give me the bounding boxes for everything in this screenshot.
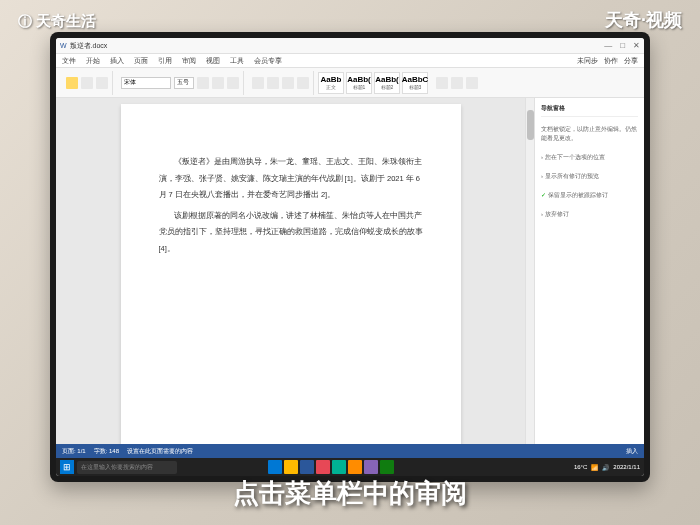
word-count[interactable]: 字数: 148 <box>94 447 119 456</box>
tab-insert[interactable]: 插入 <box>110 56 124 66</box>
font-family-select[interactable]: 宋体 <box>121 77 171 89</box>
tray-volume-icon[interactable]: 🔊 <box>602 464 609 471</box>
style-heading2[interactable]: AaBb(标题2 <box>374 72 400 94</box>
font-size-select[interactable]: 五号 <box>174 77 194 89</box>
taskbar-search[interactable]: 在这里输入你要搜索的内容 <box>77 461 177 474</box>
paragraph-1[interactable]: 《叛逆者》是由周游执导，朱一龙、童瑶、王志文、王阳、朱珠领衔主演，李强、张子贤、… <box>159 154 423 204</box>
tab-review[interactable]: 审阅 <box>182 56 196 66</box>
minimize-button[interactable]: — <box>604 41 612 50</box>
tab-references[interactable]: 引用 <box>158 56 172 66</box>
taskbar-app-icon[interactable] <box>316 460 330 474</box>
align-left-button[interactable] <box>282 77 294 89</box>
system-tray: 16°C 📶 🔊 2022/1/11 <box>574 464 640 471</box>
panel-item-next[interactable]: 您在下一个选项的位置 <box>541 151 638 164</box>
tab-tools[interactable]: 工具 <box>230 56 244 66</box>
weather-widget[interactable]: 16°C <box>574 464 587 470</box>
watermark-top-left: 天奇生活 <box>18 12 96 31</box>
paste-button[interactable] <box>66 77 78 89</box>
window-controls: — □ ✕ <box>604 41 640 50</box>
find-button[interactable] <box>436 77 448 89</box>
italic-button[interactable] <box>212 77 224 89</box>
copy-button[interactable] <box>96 77 108 89</box>
clipboard-group <box>62 71 113 95</box>
paragraph-group <box>248 71 314 95</box>
style-gallery: AaBb正文 AaBb(标题1 AaBb(标题2 AaBbC标题3 <box>318 72 428 94</box>
taskbar-app4-icon[interactable] <box>364 460 378 474</box>
sync-status[interactable]: 未同步 <box>577 56 598 66</box>
windows-taskbar: 在这里输入你要搜索的内容 16°C 📶 🔊 2022/1/11 <box>56 458 644 476</box>
start-button[interactable] <box>60 460 74 474</box>
taskbar-word-icon[interactable] <box>300 460 314 474</box>
editing-group <box>432 71 482 95</box>
panel-lock-notice: 文档被锁定，以防止意外编辑。仍然能看见更改。 <box>541 123 638 145</box>
document-filename: 叛逆者.docx <box>70 41 108 51</box>
ribbon-toolbar: 宋体 五号 AaBb正文 AaBb(标题1 AaBb(标题2 AaBbC标题3 <box>56 68 644 98</box>
tray-wifi-icon[interactable]: 📶 <box>591 464 598 471</box>
align-center-button[interactable] <box>297 77 309 89</box>
main-content-area: 《叛逆者》是由周游执导，朱一龙、童瑶、王志文、王阳、朱珠领衔主演，李强、张子贤、… <box>56 98 644 444</box>
screen: W 叛逆者.docx — □ ✕ 文件 开始 插入 页面 引用 审阅 视图 工具… <box>56 38 644 476</box>
maximize-button[interactable]: □ <box>620 41 625 50</box>
tab-view[interactable]: 视图 <box>206 56 220 66</box>
ribbon-right-controls: 未同步 协作 分享 <box>577 56 638 66</box>
cut-button[interactable] <box>81 77 93 89</box>
panel-item-keep[interactable]: 保留显示的被跟踪修订 <box>541 189 638 202</box>
taskbar-apps <box>268 460 394 474</box>
style-heading3[interactable]: AaBbC标题3 <box>402 72 428 94</box>
collab-button[interactable]: 协作 <box>604 56 618 66</box>
taskbar-app3-icon[interactable] <box>348 460 362 474</box>
number-list-button[interactable] <box>267 77 279 89</box>
bullet-list-button[interactable] <box>252 77 264 89</box>
tab-home[interactable]: 开始 <box>86 56 100 66</box>
close-button[interactable]: ✕ <box>633 41 640 50</box>
window-titlebar: W 叛逆者.docx — □ ✕ <box>56 38 644 54</box>
app-icon: W <box>60 42 67 49</box>
style-normal[interactable]: AaBb正文 <box>318 72 344 94</box>
page-indicator[interactable]: 页面: 1/1 <box>62 447 86 456</box>
navigation-pane: 导航窗格 文档被锁定，以防止意外编辑。仍然能看见更改。 您在下一个选项的位置 显… <box>534 98 644 444</box>
panel-item-preview[interactable]: 显示所有修订的预览 <box>541 170 638 183</box>
font-group: 宋体 五号 <box>117 71 244 95</box>
monitor-frame: W 叛逆者.docx — □ ✕ 文件 开始 插入 页面 引用 审阅 视图 工具… <box>50 32 650 482</box>
taskbar-app5-icon[interactable] <box>380 460 394 474</box>
share-button[interactable]: 分享 <box>624 56 638 66</box>
clock[interactable]: 2022/1/11 <box>613 464 640 470</box>
taskbar-explorer-icon[interactable] <box>284 460 298 474</box>
tab-page[interactable]: 页面 <box>134 56 148 66</box>
document-page[interactable]: 《叛逆者》是由周游执导，朱一龙、童瑶、王志文、王阳、朱珠领衔主演，李强、张子贤、… <box>121 104 461 444</box>
taskbar-app2-icon[interactable] <box>332 460 346 474</box>
style-heading1[interactable]: AaBb(标题1 <box>346 72 372 94</box>
paragraph-2[interactable]: 该剧根据原著的同名小说改编，讲述了林楠笙、朱怡贞等人在中国共产党员的指引下，坚持… <box>159 208 423 258</box>
panel-title: 导航窗格 <box>541 104 638 117</box>
taskbar-edge-icon[interactable] <box>268 460 282 474</box>
insert-mode[interactable]: 插入 <box>626 447 638 456</box>
document-canvas: 《叛逆者》是由周游执导，朱一龙、童瑶、王志文、王阳、朱珠领衔主演，李强、张子贤、… <box>56 98 525 444</box>
tab-file[interactable]: 文件 <box>62 56 76 66</box>
video-subtitle: 点击菜单栏中的审阅 <box>233 476 467 511</box>
language-indicator[interactable]: 设置在此页面需要的内容 <box>127 447 193 456</box>
replace-button[interactable] <box>451 77 463 89</box>
vertical-scrollbar[interactable] <box>525 98 534 444</box>
tab-member[interactable]: 会员专享 <box>254 56 282 66</box>
ribbon-tab-bar: 文件 开始 插入 页面 引用 审阅 视图 工具 会员专享 未同步 协作 分享 <box>56 54 644 68</box>
scroll-thumb[interactable] <box>527 110 534 140</box>
panel-item-discard[interactable]: 放弃修订 <box>541 208 638 221</box>
select-button[interactable] <box>466 77 478 89</box>
bold-button[interactable] <box>197 77 209 89</box>
status-bar: 页面: 1/1 字数: 148 设置在此页面需要的内容 插入 <box>56 444 644 458</box>
watermark-top-right: 天奇·视频 <box>605 8 682 32</box>
underline-button[interactable] <box>227 77 239 89</box>
